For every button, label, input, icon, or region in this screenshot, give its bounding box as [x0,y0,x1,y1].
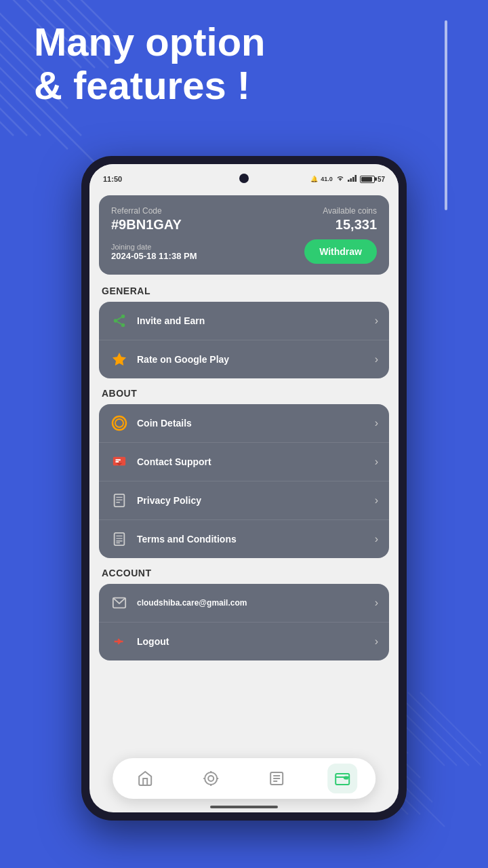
header-title: Many option & features ! [34,20,266,107]
svg-line-22 [408,692,481,766]
chevron-right-icon: › [375,597,378,609]
nav-wallet[interactable] [327,764,357,793]
phone-frame: 11:50 🔔 41.0 57 [81,156,407,821]
coins-value: 15,331 [323,217,377,233]
svg-point-55 [205,772,218,785]
battery-icon [360,176,375,183]
coin-details-label: Coin Details [137,418,375,429]
referral-code-value: #9BN1GAY [111,217,182,233]
svg-line-14 [0,108,14,136]
camera-notch [239,174,249,183]
withdraw-button[interactable]: Withdraw [304,239,377,264]
home-indicator [210,806,278,808]
account-menu-card: cloudshiba.care@gmail.com › Logout › [99,584,389,660]
svg-line-34 [117,321,121,324]
svg-rect-43 [115,494,125,507]
general-menu-card: Invite and Earn › Rate on Google Play › [99,302,389,378]
logout-label: Logout [137,636,375,647]
signal-icon [348,175,357,183]
svg-marker-36 [113,353,126,366]
logout-item[interactable]: Logout › [99,623,389,660]
contact-support-item[interactable]: Contact Support › [99,443,389,481]
rate-google-play-label: Rate on Google Play [137,354,375,365]
svg-point-38 [115,419,123,427]
chevron-right-icon: › [375,315,378,327]
privacy-policy-label: Privacy Policy [137,495,375,506]
terms-conditions-item[interactable]: Terms and Conditions › [99,520,389,558]
time-display: 11:50 [103,175,122,183]
rate-google-play-item[interactable]: Rate on Google Play › [99,340,389,378]
privacy-policy-item[interactable]: Privacy Policy › [99,481,389,520]
svg-point-31 [121,315,125,319]
svg-rect-27 [348,180,350,182]
svg-point-32 [114,319,118,323]
general-section-header: GENERAL [102,285,386,296]
terms-icon [110,530,129,549]
privacy-icon [110,491,129,510]
chevron-right-icon: › [375,494,378,507]
referral-card: Referral Code #9BN1GAY Available coins 1… [99,195,389,275]
about-menu-card: Coin Details › Contact Support › [99,404,389,558]
coin-details-item[interactable]: Coin Details › [99,404,389,443]
svg-rect-47 [115,533,125,545]
battery-level: 57 [378,176,385,183]
joining-date-value: 2024-05-18 11:38 PM [111,251,197,261]
terms-conditions-label: Terms and Conditions [137,534,375,545]
support-icon [110,452,129,471]
svg-point-33 [121,323,125,328]
wifi-icon [336,175,345,183]
coins-label: Available coins [323,206,377,216]
joining-date-label: Joining date [111,243,197,251]
coin-icon [110,414,129,433]
chevron-right-icon: › [375,635,378,648]
email-icon [110,593,129,612]
contact-support-label: Contact Support [137,456,375,467]
alarm-icon: 🔔 [310,176,318,182]
svg-line-13 [0,95,27,136]
svg-line-23 [420,692,481,753]
email-label: cloudshiba.care@gmail.com [137,598,375,608]
invite-earn-item[interactable]: Invite and Earn › [99,302,389,340]
chevron-right-icon: › [375,417,378,429]
status-icons: 🔔 41.0 57 [310,175,385,183]
bottom-nav [113,758,375,799]
referral-code-label: Referral Code [111,206,182,216]
star-icon [110,350,129,369]
chevron-right-icon: › [375,353,378,366]
speed-indicator: 41.0 [321,176,333,182]
account-section-header: ACCOUNT [102,568,386,578]
logout-icon [110,632,129,651]
decorative-vertical-line [445,20,447,210]
svg-rect-29 [352,177,354,182]
invite-earn-label: Invite and Earn [137,315,375,326]
about-section-header: ABOUT [102,388,386,399]
svg-rect-28 [350,178,352,182]
nav-tasks[interactable] [262,764,291,793]
nav-home[interactable] [131,764,161,793]
nav-earn[interactable] [197,764,226,793]
screen-content[interactable]: Referral Code #9BN1GAY Available coins 1… [89,189,399,765]
svg-line-35 [117,317,121,320]
share-icon [110,311,129,330]
email-item[interactable]: cloudshiba.care@gmail.com › [99,584,389,623]
chevron-right-icon: › [375,533,378,545]
svg-rect-30 [354,175,357,182]
chevron-right-icon: › [375,456,378,468]
svg-point-56 [209,776,214,781]
svg-line-21 [396,692,469,766]
